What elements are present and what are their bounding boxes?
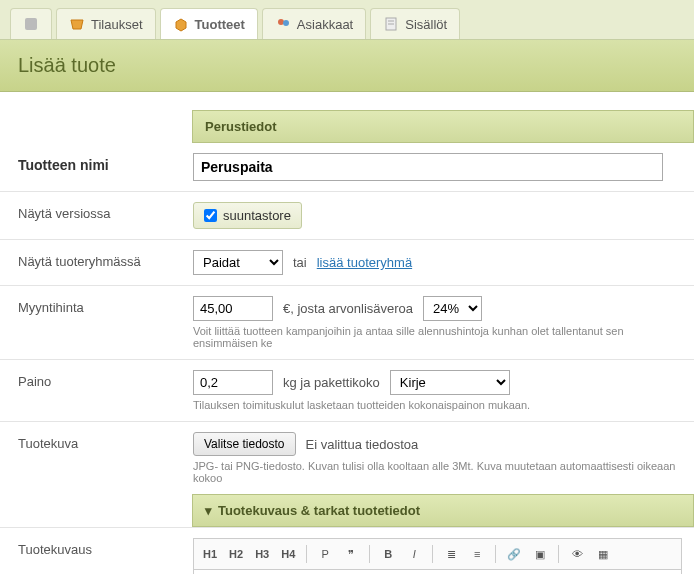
label-product-name: Tuotteen nimi (18, 153, 193, 173)
toolbar-ol[interactable]: ≡ (465, 543, 489, 565)
svg-point-2 (283, 20, 289, 26)
toolbar-h1[interactable]: H1 (198, 543, 222, 565)
tab-label: Sisällöt (405, 17, 447, 32)
row-price: Myyntihinta €, josta arvonlisäveroa 24% … (0, 285, 694, 359)
vat-select[interactable]: 24% (423, 296, 482, 321)
package-select[interactable]: Kirje (390, 370, 510, 395)
tab-home[interactable] (10, 8, 52, 39)
version-checkbox-wrap[interactable]: suuntastore (193, 202, 302, 229)
row-description: Tuotekuvaus H1 H2 H3 H4 P ❞ B I ≣ ≡ 🔗 ▣ … (0, 527, 694, 574)
collapse-icon: ▾ (205, 503, 212, 518)
label-weight: Paino (18, 370, 193, 389)
weight-hint: Tilauksen toimituskulut lasketaan tuotte… (193, 399, 682, 411)
label-image: Tuotekuva (18, 432, 193, 451)
label-show-group: Näytä tuoteryhmässä (18, 250, 193, 269)
toolbar-ul[interactable]: ≣ (439, 543, 463, 565)
version-checkbox[interactable] (204, 209, 217, 222)
choose-file-button[interactable]: Valitse tiedosto (193, 432, 296, 456)
toolbar-h2[interactable]: H2 (224, 543, 248, 565)
price-hint: Voit liittää tuotteen kampanjoihin ja an… (193, 325, 682, 349)
toolbar-h4[interactable]: H4 (276, 543, 300, 565)
weight-unit-text: kg ja pakettikoko (283, 375, 380, 390)
version-checkbox-label: suuntastore (223, 208, 291, 223)
svg-rect-0 (25, 18, 37, 30)
section-desc-header[interactable]: ▾ Tuotekuvaus & tarkat tuotetiedot (192, 494, 694, 527)
price-unit-text: €, josta arvonlisäveroa (283, 301, 413, 316)
toolbar-preview[interactable]: 👁 (565, 543, 589, 565)
tab-label: Asiakkaat (297, 17, 353, 32)
row-show-version: Näytä versiossa suuntastore (0, 191, 694, 239)
toolbar-italic[interactable]: I (402, 543, 426, 565)
tab-content[interactable]: Sisällöt (370, 8, 460, 39)
svg-point-1 (278, 19, 284, 25)
toolbar-link[interactable]: 🔗 (502, 543, 526, 565)
group-select[interactable]: Paidat (193, 250, 283, 275)
tab-label: Tuotteet (195, 17, 245, 32)
row-weight: Paino kg ja pakettikoko Kirje Tilauksen … (0, 359, 694, 421)
products-icon (173, 16, 189, 32)
tab-customers[interactable]: Asiakkaat (262, 8, 366, 39)
content-icon (383, 16, 399, 32)
page-title-bar: Lisää tuote (0, 40, 694, 92)
file-hint: JPG- tai PNG-tiedosto. Kuvan tulisi olla… (193, 460, 682, 484)
description-editor[interactable]: Peruspaidan kuvaus (193, 569, 682, 574)
orders-icon (69, 16, 85, 32)
main-tabs: Tilaukset Tuotteet Asiakkaat Sisällöt (0, 0, 694, 40)
group-or-text: tai (293, 255, 307, 270)
tab-label: Tilaukset (91, 17, 143, 32)
customers-icon (275, 16, 291, 32)
toolbar-grid[interactable]: ▦ (591, 543, 615, 565)
add-group-link[interactable]: lisää tuoteryhmä (317, 255, 412, 270)
toolbar-image[interactable]: ▣ (528, 543, 552, 565)
editor-toolbar: H1 H2 H3 H4 P ❞ B I ≣ ≡ 🔗 ▣ 👁 ▦ (193, 538, 682, 569)
page-title: Lisää tuote (18, 54, 676, 77)
product-name-input[interactable] (193, 153, 663, 181)
home-icon (23, 16, 39, 32)
price-input[interactable] (193, 296, 273, 321)
toolbar-bold[interactable]: B (376, 543, 400, 565)
file-status-text: Ei valittua tiedostoa (306, 437, 419, 452)
label-price: Myyntihinta (18, 296, 193, 315)
toolbar-quote[interactable]: ❞ (339, 543, 363, 565)
toolbar-h3[interactable]: H3 (250, 543, 274, 565)
row-show-group: Näytä tuoteryhmässä Paidat tai lisää tuo… (0, 239, 694, 285)
section-basic-header: Perustiedot (192, 110, 694, 143)
label-show-version: Näytä versiossa (18, 202, 193, 221)
tab-products[interactable]: Tuotteet (160, 8, 258, 39)
tab-orders[interactable]: Tilaukset (56, 8, 156, 39)
row-product-name: Tuotteen nimi (0, 143, 694, 191)
label-description: Tuotekuvaus (18, 538, 193, 557)
row-image: Tuotekuva Valitse tiedosto Ei valittua t… (0, 421, 694, 494)
weight-input[interactable] (193, 370, 273, 395)
toolbar-p[interactable]: P (313, 543, 337, 565)
